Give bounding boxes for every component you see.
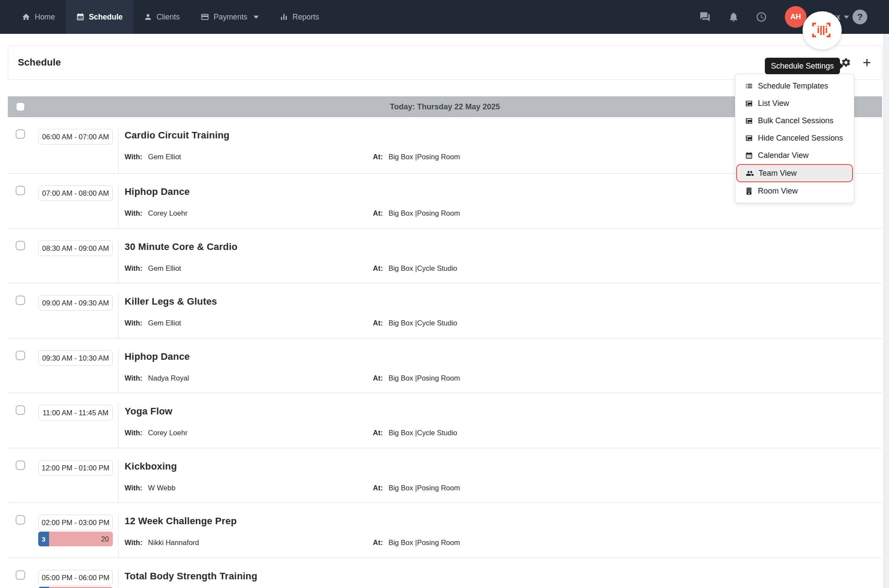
messages-button[interactable] [699, 0, 711, 34]
add-session-button[interactable] [862, 57, 872, 68]
session-checkbox[interactable] [16, 351, 25, 360]
menu-item-label: Bulk Cancel Sessions [758, 116, 833, 125]
menu-item-label: Schedule Templates [758, 82, 828, 91]
session-time: 06:00 AM - 07:00 AM [38, 129, 113, 145]
at-value: Big Box |Posing Room [389, 209, 460, 217]
session-with: With:Nikki Hannaford [125, 539, 199, 547]
menu-item-bulk-cancel-sessions[interactable]: Bulk Cancel Sessions [735, 112, 854, 129]
session-title: 12 Week Challenge Prep [125, 516, 237, 527]
calendar-icon [745, 151, 753, 160]
session-time: 07:00 AM - 08:00 AM [38, 185, 113, 201]
session-with: With:Gem Elliot [125, 264, 181, 273]
session-details: 12 Week Challenge Prep With:Nikki Hannaf… [118, 513, 882, 558]
with-value: Nikki Hannaford [148, 539, 199, 546]
team-icon [746, 169, 754, 177]
barcode-icon [812, 23, 832, 38]
nav-item-label: Home [35, 13, 55, 22]
schedule-settings-menu: Schedule Templates List View Bulk Cancel… [735, 74, 854, 203]
session-with: With:Gem Elliot [125, 153, 181, 161]
session-checkbox[interactable] [16, 515, 25, 525]
nav-item-schedule[interactable]: Schedule [66, 0, 133, 34]
session-title: 30 Minute Core & Cardio [125, 241, 237, 253]
barcode-button[interactable] [803, 11, 842, 49]
session-row: 02:00 PM - 03:00 PM 3 20 12 Week Challen… [8, 503, 882, 558]
session-details: Yoga Flow With:Corey Loehr At:Big Box |C… [118, 404, 882, 448]
at-label: At: [373, 484, 383, 492]
at-value: Big Box |Cycle Studio [389, 429, 457, 437]
with-value: Corey Loehr [148, 429, 188, 437]
session-details: Hiphop Dance With:Nadya Royal At:Big Box… [118, 349, 882, 393]
with-label: With: [125, 484, 142, 492]
menu-item-calendar-view[interactable]: Calendar View [735, 147, 854, 164]
table-icon [745, 117, 753, 125]
session-at: At:Big Box |Posing Room [373, 153, 460, 161]
session-row: 05:00 PM - 06:00 PM Total Body Strength … [8, 558, 882, 588]
at-label: At: [373, 539, 383, 546]
session-with: With:Corey Loehr [125, 429, 188, 437]
with-value: W Webb [148, 484, 175, 492]
page-title: Schedule [18, 57, 61, 68]
session-checkbox[interactable] [16, 241, 25, 250]
header-actions [841, 57, 872, 68]
nav-item-clients[interactable]: Clients [133, 0, 191, 34]
session-checkbox[interactable] [16, 570, 25, 580]
session-checkbox[interactable] [16, 460, 25, 470]
session-checkbox[interactable] [16, 186, 25, 195]
menu-item-label: List View [758, 99, 789, 108]
schedule-settings-tooltip: Schedule Settings [765, 58, 840, 74]
with-value: Gem Elliot [148, 319, 181, 327]
session-with: With:W Webb [125, 484, 175, 492]
menu-item-list-view[interactable]: List View [735, 95, 854, 112]
history-button[interactable] [756, 0, 767, 34]
capacity-bar: 3 20 [38, 532, 113, 546]
session-details: 30 Minute Core & Cardio With:Gem Elliot … [118, 239, 882, 283]
nav-item-home[interactable]: Home [11, 0, 66, 34]
session-at: At:Big Box |Cycle Studio [373, 264, 457, 273]
at-label: At: [373, 153, 383, 161]
at-value: Big Box |Cycle Studio [389, 264, 457, 272]
top-nav: Home Schedule Clients Payments Reports A… [0, 0, 889, 34]
session-row: 12:00 PM - 01:00 PM Kickboxing With:W We… [8, 448, 882, 503]
person-icon [144, 13, 152, 21]
menu-item-room-view[interactable]: Room View [735, 182, 854, 200]
session-title: Yoga Flow [125, 406, 172, 417]
session-time: 09:30 AM - 10:30 AM [38, 350, 113, 366]
home-icon [22, 13, 30, 21]
at-value: Big Box |Posing Room [389, 484, 460, 492]
session-checkbox[interactable] [16, 405, 25, 415]
menu-item-team-view[interactable]: Team View [736, 164, 853, 182]
session-title: Hiphop Dance [125, 186, 190, 197]
table-icon [745, 134, 753, 142]
nav-item-reports[interactable]: Reports [269, 0, 329, 34]
chat-icon [699, 11, 711, 23]
session-checkbox[interactable] [16, 296, 25, 305]
scrollbar[interactable] [883, 34, 889, 588]
session-time: 08:30 AM - 09:00 AM [38, 240, 113, 256]
with-label: With: [125, 209, 142, 217]
session-title: Cardio Circuit Training [125, 130, 230, 141]
clock-icon [756, 11, 767, 23]
calendar-icon [76, 13, 85, 21]
capacity-total: 20 [101, 532, 109, 546]
session-checkbox[interactable] [16, 129, 25, 139]
with-value: Nadya Royal [148, 374, 189, 382]
menu-item-hide-canceled-sessions[interactable]: Hide Canceled Sessions [735, 129, 854, 147]
session-row: 09:00 AM - 09:30 AM Killer Legs & Glutes… [8, 283, 882, 338]
help-button[interactable]: ? [853, 10, 867, 24]
nav-item-label: Reports [293, 13, 319, 22]
menu-item-schedule-templates[interactable]: Schedule Templates [735, 77, 854, 95]
session-at: At:Big Box |Posing Room [373, 539, 460, 547]
session-row: 08:30 AM - 09:00 AM 30 Minute Core & Car… [8, 229, 882, 284]
session-details: Total Body Strength Training [118, 568, 882, 588]
session-title: Killer Legs & Glutes [125, 296, 217, 307]
at-value: Big Box |Cycle Studio [389, 319, 457, 327]
at-value: Big Box |Posing Room [389, 374, 460, 382]
with-label: With: [125, 374, 142, 382]
at-label: At: [373, 429, 383, 437]
at-label: At: [373, 374, 383, 382]
nav-item-payments[interactable]: Payments [190, 0, 269, 34]
notifications-button[interactable] [728, 0, 739, 34]
list-icon [745, 82, 753, 90]
with-value: Gem Elliot [148, 153, 181, 161]
nav-item-label: Schedule [89, 13, 123, 22]
